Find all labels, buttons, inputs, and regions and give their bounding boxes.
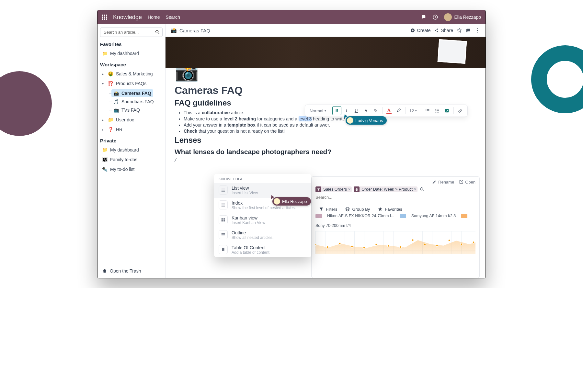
heading-question-lenses-landscape: What lenses do landscape photographers n… [175, 148, 476, 156]
svg-rect-30 [222, 220, 223, 221]
chart-area [315, 231, 475, 254]
svg-rect-18 [437, 110, 439, 111]
search-icon[interactable] [419, 187, 425, 192]
svg-rect-28 [222, 218, 223, 219]
user-menu[interactable]: Ella Rezzapo [444, 13, 481, 21]
star-icon [378, 207, 383, 212]
bullet-2: Make sure to use a level 2 heading for c… [184, 116, 476, 121]
sidebar-item-soundbars-faq[interactable]: 🎵 Soundbars FAQ [111, 98, 156, 106]
caret-icon: ▾ [102, 82, 105, 85]
highlight-button[interactable]: 🖍 [394, 106, 403, 115]
breadcrumb[interactable]: 📸 Cameras FAQ [171, 28, 210, 33]
sidebar-item-cameras-faq[interactable]: 📸 Cameras FAQ [111, 89, 153, 97]
sidebar-item-family-todos[interactable]: 👪 Family to-dos [100, 156, 163, 163]
chip-remove-icon[interactable]: × [414, 187, 416, 192]
caret-icon: ▸ [102, 128, 105, 131]
star-icon[interactable] [456, 28, 462, 33]
svg-rect-16 [437, 109, 439, 109]
apps-icon[interactable] [102, 15, 107, 20]
avatar-icon [274, 198, 280, 205]
svg-point-42 [387, 245, 389, 247]
sidebar-item-products-faqs[interactable]: ▾ ⁉️ Products FAQs [100, 80, 163, 87]
app-brand: Knowledge [113, 14, 142, 21]
svg-point-5 [437, 31, 438, 32]
group-chip-order-date[interactable]: Order Date: Week > Product × [354, 186, 417, 192]
insert-kanban-view[interactable]: Kanban viewInsert Kanban View [214, 213, 311, 228]
groupby-button[interactable]: Group By [345, 207, 370, 212]
svg-rect-21 [445, 109, 449, 113]
text-format-toolbar: Normal▾ B I U S ✎ A 🖍 12▾ 123 [305, 105, 468, 117]
insert-toc[interactable]: Table Of ContentAdd a table of content. [214, 242, 311, 257]
underline-button[interactable]: U [352, 106, 361, 115]
sidebar-item-fav-dashboard[interactable]: 📁 My dashboard [100, 50, 163, 57]
svg-rect-10 [427, 109, 429, 109]
checklist-button[interactable] [442, 106, 452, 115]
favorites-button[interactable]: Favorites [378, 207, 402, 212]
page-title: Cameras FAQ [175, 84, 476, 96]
font-size-dropdown[interactable]: 12▾ [407, 108, 419, 113]
svg-point-45 [424, 243, 426, 245]
link-button[interactable] [456, 106, 465, 115]
clear-format-button[interactable]: ✎ [371, 106, 380, 115]
slash-command-text[interactable]: / [175, 157, 476, 164]
style-dropdown[interactable]: Normal▾ [308, 108, 328, 113]
chart-legend: Nikon AF-S FX NIKKOR 24-70mm f... Samyan… [315, 214, 475, 228]
sidebar-item-priv-dashboard[interactable]: 📁 My dashboard [100, 146, 163, 154]
bold-button[interactable]: B [332, 106, 341, 115]
music-icon: 🎵 [113, 99, 119, 104]
insert-outline[interactable]: OutlineShow all nested articles. [214, 228, 311, 242]
share-button[interactable]: Share [434, 28, 453, 33]
search-input[interactable] [100, 28, 163, 37]
bullet-list-button[interactable] [423, 106, 432, 115]
filters-button[interactable]: Filters [319, 207, 337, 212]
search-icon [155, 29, 160, 35]
nav-home[interactable]: Home [148, 15, 160, 20]
rename-button[interactable]: Rename [432, 179, 454, 185]
svg-point-40 [363, 247, 365, 249]
chip-remove-icon[interactable]: × [348, 187, 350, 192]
document-body[interactable]: 📸 Cameras FAQ FAQ guidelines This is a c… [166, 68, 486, 167]
svg-point-48 [461, 243, 463, 245]
svg-rect-24 [222, 191, 225, 192]
section-private: Private [100, 138, 163, 143]
text-color-button[interactable]: A [384, 106, 394, 115]
filter-chip-sales-orders[interactable]: Sales Orders × [315, 186, 352, 192]
sidebar-item-my-todo[interactable]: ✒️ My to-do list [100, 165, 163, 173]
svg-point-3 [435, 30, 436, 31]
insert-list-view[interactable]: List viewInsert List View [214, 183, 311, 198]
svg-point-47 [448, 240, 450, 241]
open-trash[interactable]: Open the Trash [100, 265, 163, 275]
open-button[interactable]: Open [459, 179, 475, 185]
funnel-icon [315, 186, 321, 192]
external-link-icon [459, 179, 464, 185]
legend-swatch [315, 214, 322, 218]
svg-point-13 [426, 112, 427, 112]
svg-rect-25 [222, 204, 225, 204]
tv-icon: 📺 [113, 107, 119, 113]
pencil-icon [432, 179, 437, 185]
legend-swatch [461, 214, 467, 218]
chat-icon[interactable] [421, 14, 427, 20]
numbered-list-button[interactable]: 123 [433, 106, 442, 115]
sidebar-item-hr[interactable]: ▸ ❓ HR [100, 126, 163, 133]
svg-point-4 [437, 28, 438, 29]
share-icon [434, 28, 439, 33]
trash-icon [102, 268, 107, 274]
italic-button[interactable]: I [342, 106, 351, 115]
sidebar-item-tvs-faq[interactable]: 📺 TVs FAQ [111, 106, 142, 114]
sidebar-item-sales[interactable]: ▸ 🤑 Sales & Marketing [100, 70, 163, 78]
bullet-4: Check that your question is not already … [184, 129, 476, 134]
strikethrough-button[interactable]: S [361, 106, 371, 115]
nav-search[interactable]: Search [166, 15, 180, 20]
create-button[interactable]: Create [410, 28, 431, 33]
svg-rect-12 [427, 110, 429, 111]
embed-search-input[interactable] [315, 194, 475, 200]
sidebar-item-user-doc[interactable]: ▸ 📁 User doc [100, 116, 163, 124]
insert-menu-section: KNOWLEDGE [214, 174, 311, 183]
clock-icon[interactable] [432, 14, 438, 20]
chat-icon[interactable] [465, 28, 471, 33]
page-icon[interactable]: 📸 [175, 68, 476, 83]
svg-point-41 [375, 244, 377, 246]
folder-icon: 📁 [102, 51, 108, 56]
kebab-icon[interactable] [474, 28, 480, 33]
